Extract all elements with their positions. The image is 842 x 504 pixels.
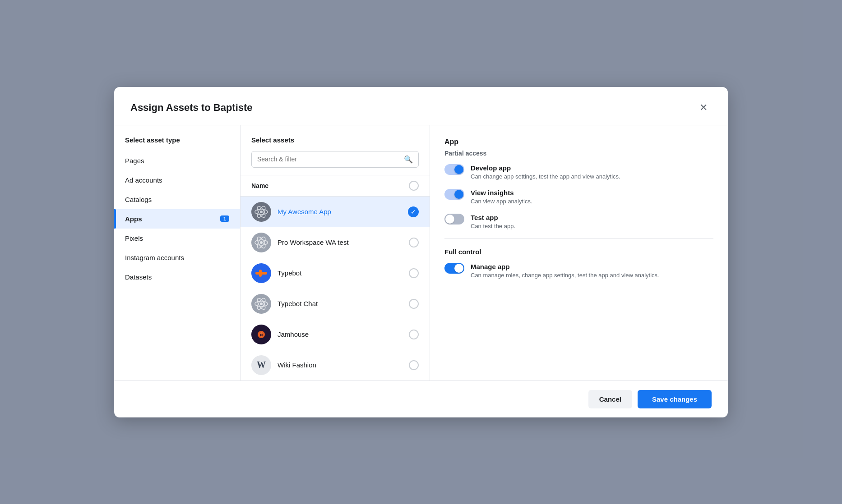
permission-develop-app: Develop app Can change app settings, tes… — [444, 164, 713, 180]
develop-app-desc: Can change app settings, test the app an… — [471, 173, 713, 180]
cancel-button[interactable]: Cancel — [588, 390, 632, 408]
sidebar-item-ad-accounts[interactable]: Ad accounts — [114, 170, 240, 190]
sidebar-item-label: Instagram accounts — [125, 254, 184, 261]
manage-app-text: Manage app Can manage roles, change app … — [471, 263, 713, 279]
develop-app-toggle[interactable] — [444, 164, 464, 175]
sidebar-item-pages[interactable]: Pages — [114, 151, 240, 170]
asset-radio-typebot-chat[interactable] — [409, 299, 419, 309]
asset-name-typebot-chat: Typebot Chat — [278, 300, 402, 307]
modal-body: Select asset type Pages Ad accounts Cata… — [114, 125, 728, 380]
develop-app-text: Develop app Can change app settings, tes… — [471, 164, 713, 180]
assets-list: My Awesome App ✓ Pro Workspace WA test — [241, 197, 430, 380]
search-icon: 🔍 — [404, 155, 413, 164]
asset-name-jamhouse: Jamhouse — [278, 330, 402, 338]
permissions-app-title: App — [444, 138, 713, 146]
test-app-toggle[interactable] — [444, 214, 464, 225]
select-all-radio[interactable] — [409, 181, 419, 191]
asset-radio-jamhouse[interactable] — [409, 330, 419, 339]
test-app-name: Test app — [471, 214, 713, 221]
view-insights-toggle[interactable] — [444, 189, 464, 200]
sidebar-item-label: Apps — [125, 215, 142, 223]
sidebar-item-apps[interactable]: Apps 1 — [114, 209, 240, 229]
manage-app-desc: Can manage roles, change app settings, t… — [471, 272, 713, 279]
asset-name-typebot: Typebot — [278, 269, 402, 277]
partial-access-title: Partial access — [444, 150, 713, 157]
develop-app-name: Develop app — [471, 164, 713, 172]
view-insights-desc: Can view app analytics. — [471, 198, 713, 205]
sidebar-item-label: Pages — [125, 157, 144, 165]
view-insights-name: View insights — [471, 189, 713, 197]
close-button[interactable]: ✕ — [695, 100, 712, 116]
full-control-title: Full control — [444, 248, 713, 256]
select-assets-title: Select assets — [251, 136, 419, 144]
svg-point-19 — [261, 334, 262, 335]
svg-point-16 — [260, 302, 263, 305]
apps-badge: 1 — [220, 215, 229, 222]
right-panel: App Partial access Develop app Can chang… — [430, 125, 728, 380]
atom-icon-my-awesome-app — [251, 202, 271, 222]
asset-item-my-awesome-app[interactable]: My Awesome App ✓ — [241, 197, 430, 227]
middle-panel-header: Select assets 🔍 — [241, 125, 430, 175]
sidebar-item-catalogs[interactable]: Catalogs — [114, 190, 240, 209]
asset-item-wiki-fashion[interactable]: W Wiki Fashion — [241, 350, 430, 380]
search-input[interactable] — [257, 156, 400, 163]
svg-rect-11 — [259, 270, 262, 277]
modal-header: Assign Assets to Baptiste ✕ — [114, 87, 728, 125]
atom-icon-typebot-chat — [251, 294, 271, 314]
permission-manage-app: Manage app Can manage roles, change app … — [444, 263, 713, 279]
asset-radio-typebot[interactable] — [409, 268, 419, 278]
asset-item-typebot-chat[interactable]: Typebot Chat — [241, 289, 430, 319]
test-app-text: Test app Can test the app. — [471, 214, 713, 229]
permission-view-insights: View insights Can view app analytics. — [444, 189, 713, 205]
assets-list-header: Name — [241, 175, 430, 197]
sidebar-item-label: Ad accounts — [125, 176, 162, 184]
manage-app-toggle[interactable] — [444, 263, 464, 274]
wiki-icon: W — [251, 355, 271, 375]
search-box: 🔍 — [251, 151, 419, 168]
typebot-icon — [251, 263, 271, 283]
asset-name-pro-workspace: Pro Workspace WA test — [278, 238, 402, 246]
asset-name-wiki-fashion: Wiki Fashion — [278, 361, 402, 369]
sidebar-item-pixels[interactable]: Pixels — [114, 229, 240, 248]
atom-icon-pro-workspace — [251, 233, 271, 252]
asset-item-typebot[interactable]: Typebot — [241, 258, 430, 289]
permission-test-app: Test app Can test the app. — [444, 214, 713, 229]
manage-app-name: Manage app — [471, 263, 713, 270]
sidebar-item-instagram-accounts[interactable]: Instagram accounts — [114, 248, 240, 267]
asset-type-title: Select asset type — [114, 136, 240, 151]
nav-list: Pages Ad accounts Catalogs Apps 1 Pixels… — [114, 151, 240, 287]
asset-item-jamhouse[interactable]: Jamhouse — [241, 319, 430, 350]
svg-point-4 — [260, 211, 263, 213]
modal-dialog: Assign Assets to Baptiste ✕ Select asset… — [114, 87, 728, 417]
sidebar-item-datasets[interactable]: Datasets — [114, 267, 240, 287]
svg-point-9 — [260, 241, 263, 244]
close-icon: ✕ — [699, 103, 708, 113]
asset-check-my-awesome-app[interactable]: ✓ — [408, 206, 419, 217]
jamhouse-icon — [251, 325, 271, 344]
asset-item-pro-workspace[interactable]: Pro Workspace WA test — [241, 227, 430, 258]
modal-title: Assign Assets to Baptiste — [130, 102, 253, 114]
sidebar-item-label: Pixels — [125, 234, 143, 242]
middle-panel: Select assets 🔍 Name — [241, 125, 430, 380]
left-panel: Select asset type Pages Ad accounts Cata… — [114, 125, 241, 380]
save-button[interactable]: Save changes — [638, 390, 712, 408]
asset-radio-wiki-fashion[interactable] — [409, 360, 419, 370]
asset-name-my-awesome-app: My Awesome App — [278, 208, 402, 215]
permissions-divider — [444, 238, 713, 239]
test-app-desc: Can test the app. — [471, 223, 713, 229]
asset-radio-pro-workspace[interactable] — [409, 238, 419, 247]
assets-name-column-header: Name — [251, 182, 268, 189]
sidebar-item-label: Catalogs — [125, 196, 152, 203]
sidebar-item-label: Datasets — [125, 273, 152, 281]
view-insights-text: View insights Can view app analytics. — [471, 189, 713, 205]
modal-footer: Cancel Save changes — [114, 380, 728, 417]
